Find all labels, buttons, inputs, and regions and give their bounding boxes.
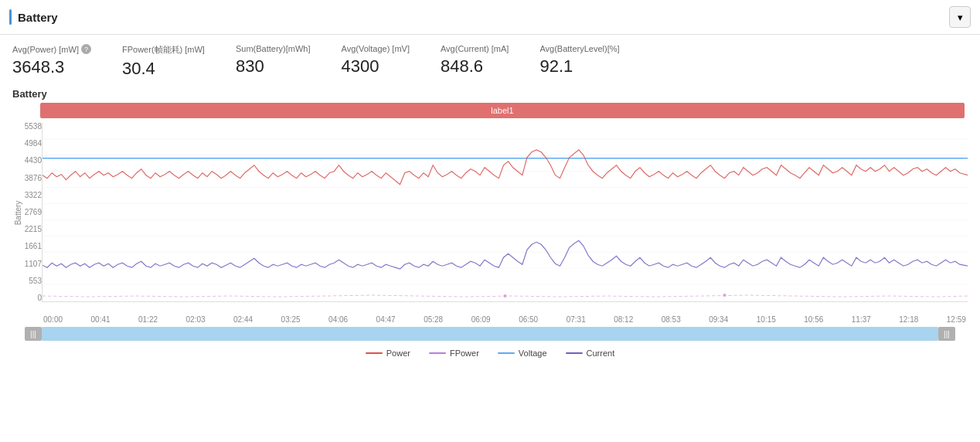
y-label-3322: 3322 xyxy=(25,192,42,199)
panel-dropdown-button[interactable]: ▾ xyxy=(949,6,971,28)
scrollbar-thumb[interactable] xyxy=(42,327,938,341)
legend-current: Current xyxy=(566,348,615,358)
svg-point-11 xyxy=(503,294,506,298)
x-label-0041: 00:41 xyxy=(91,315,111,324)
x-label-0406: 04:06 xyxy=(328,315,348,324)
chart-section: Battery label1 Battery 5538 4984 4430 38… xyxy=(0,85,980,362)
y-label-5538: 5538 xyxy=(25,123,42,131)
header-accent-bar xyxy=(9,9,12,25)
x-label-0731: 07:31 xyxy=(567,315,586,324)
y-label-4430: 4430 xyxy=(25,157,42,165)
y-label-1661: 1661 xyxy=(25,243,42,250)
x-axis: 00:00 00:41 01:22 02:03 02:44 03:25 04:0… xyxy=(42,315,968,324)
stat-battery-level: Avg(BatteryLevel)[%] 92.1 xyxy=(539,44,619,76)
svg-point-12 xyxy=(723,294,726,297)
y-label-1107: 1107 xyxy=(25,260,42,268)
header-left: Battery xyxy=(9,9,58,25)
stat-fpower: FPower(帧能耗) [mW] 30.4 xyxy=(122,44,205,79)
chart-svg xyxy=(43,123,968,301)
legend-fpower: FPower xyxy=(429,348,479,358)
x-label-1015: 10:15 xyxy=(757,315,776,324)
x-label-0447: 04:47 xyxy=(376,315,396,324)
legend-fpower-line xyxy=(429,352,446,354)
scrollbar-left-handle[interactable]: ||| xyxy=(25,327,42,341)
legend-current-label: Current xyxy=(587,348,615,358)
legend-power-label: Power xyxy=(386,348,410,358)
y-label-2769: 2769 xyxy=(25,209,42,216)
stat-avg-current-label: Avg(Current) [mA] xyxy=(441,44,509,53)
y-label-3876: 3876 xyxy=(25,175,42,182)
chart-title: Battery xyxy=(12,88,968,100)
stat-sum-battery: Sum(Battery)[mWh] 830 xyxy=(236,44,311,76)
scrollbar-track: ||| ||| xyxy=(25,327,955,341)
stat-avg-voltage-value: 4300 xyxy=(342,56,410,76)
scrollbar-right-handle[interactable]: ||| xyxy=(938,327,955,341)
stat-fpower-value: 30.4 xyxy=(122,59,205,79)
y-label-2215: 2215 xyxy=(25,226,42,233)
stat-avg-current-value: 848.6 xyxy=(441,56,509,76)
stat-sum-battery-label: Sum(Battery)[mWh] xyxy=(236,44,311,53)
legend-power-line xyxy=(366,352,383,354)
panel-header: Battery ▾ xyxy=(0,0,980,35)
legend-power: Power xyxy=(366,348,410,358)
x-label-0244: 02:44 xyxy=(233,315,253,324)
chart-area: Battery 5538 4984 4430 3876 3322 2769 22… xyxy=(12,123,968,324)
legend-current-line xyxy=(566,352,583,354)
y-axis-title: Battery xyxy=(15,200,23,225)
x-label-1218: 12:18 xyxy=(899,315,918,324)
stat-fpower-label: FPower(帧能耗) [mW] xyxy=(122,44,205,56)
stat-battery-level-label: Avg(BatteryLevel)[%] xyxy=(539,44,619,53)
stat-avg-power-value: 3648.3 xyxy=(12,57,91,77)
stat-avg-power-label: Avg(Power) [mW] ? xyxy=(12,44,91,54)
x-label-0609: 06:09 xyxy=(471,315,491,324)
stat-avg-current: Avg(Current) [mA] 848.6 xyxy=(441,44,509,76)
x-label-0853: 08:53 xyxy=(662,315,681,324)
x-label-0325: 03:25 xyxy=(281,315,301,324)
y-label-553: 553 xyxy=(29,277,42,285)
legend-voltage-line xyxy=(498,352,515,354)
info-icon[interactable]: ? xyxy=(81,44,91,54)
chart-wrapper: label1 Battery 5538 4984 4430 3876 3322 … xyxy=(12,103,968,362)
x-label-0000: 00:00 xyxy=(43,315,63,324)
stat-sum-battery-value: 830 xyxy=(236,56,311,76)
y-label-4984: 4984 xyxy=(25,140,42,148)
x-label-0122: 01:22 xyxy=(138,315,158,324)
x-label-0203: 02:03 xyxy=(186,315,206,324)
label-bar: label1 xyxy=(40,103,965,118)
stat-avg-voltage-label: Avg(Voltage) [mV] xyxy=(342,44,410,53)
x-label-0650: 06:50 xyxy=(519,315,538,324)
x-label-0528: 05:28 xyxy=(424,315,443,324)
plot-area xyxy=(42,123,968,302)
legend-voltage: Voltage xyxy=(498,348,547,358)
x-label-1056: 10:56 xyxy=(804,315,823,324)
stats-row: Avg(Power) [mW] ? 3648.3 FPower(帧能耗) [mW… xyxy=(0,35,980,85)
x-label-1137: 11:37 xyxy=(852,315,871,324)
panel-title: Battery xyxy=(18,11,58,24)
legend-fpower-label: FPower xyxy=(450,348,479,358)
legend-voltage-label: Voltage xyxy=(519,348,547,358)
x-label-0934: 09:34 xyxy=(709,315,728,324)
chart-legend: Power FPower Voltage Current xyxy=(12,341,968,362)
main-container: Battery ▾ Avg(Power) [mW] ? 3648.3 FPowe… xyxy=(0,0,980,442)
x-label-1259: 12:59 xyxy=(947,315,966,324)
stat-battery-level-value: 92.1 xyxy=(539,56,619,76)
stat-avg-power: Avg(Power) [mW] ? 3648.3 xyxy=(12,44,91,77)
stat-avg-voltage: Avg(Voltage) [mV] 4300 xyxy=(342,44,410,76)
chevron-down-icon: ▾ xyxy=(958,12,963,23)
x-label-0812: 08:12 xyxy=(614,315,633,324)
